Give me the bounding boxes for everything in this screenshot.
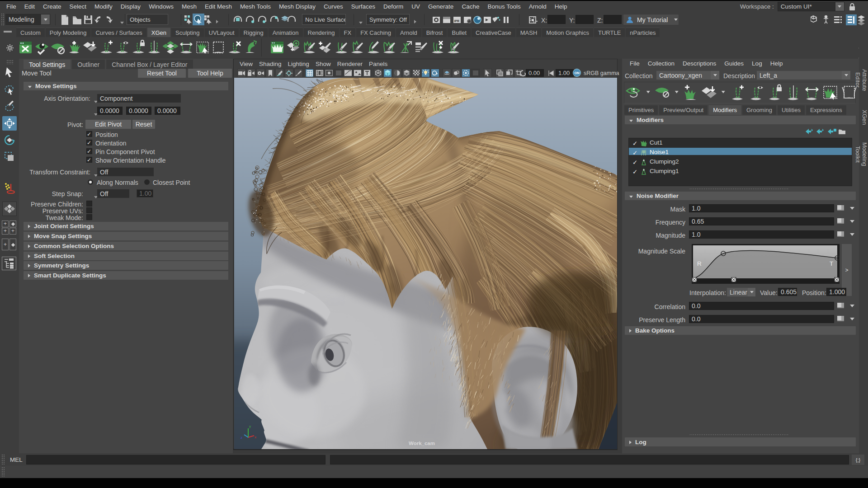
svg-text:IPR: IPR [454,19,460,23]
svg-text:y: y [249,424,251,428]
svg-text:R: R [697,260,702,267]
svg-text:x: x [255,435,256,439]
svg-text:Work_cam: Work_cam [409,441,435,446]
svg-text:T: T [830,260,833,267]
svg-text:z: z [241,436,242,440]
